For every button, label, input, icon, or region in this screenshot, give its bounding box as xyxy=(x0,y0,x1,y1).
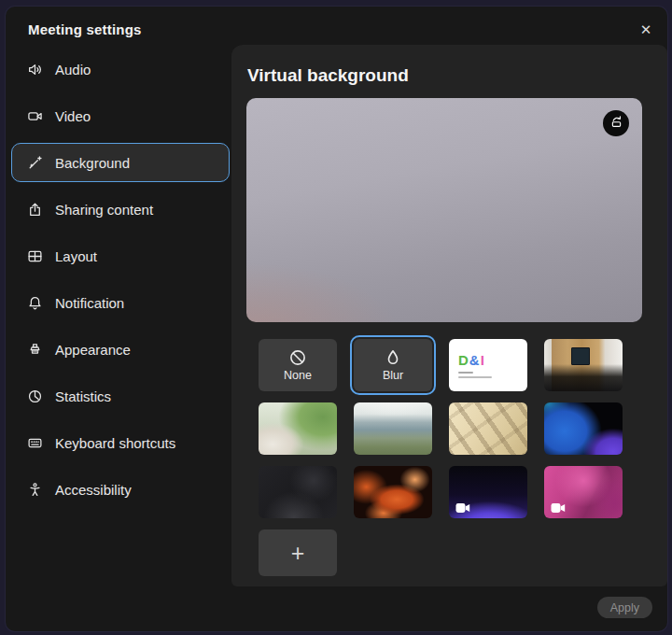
close-icon[interactable]: ✕ xyxy=(634,18,658,42)
background-option-living-room[interactable] xyxy=(259,402,337,455)
video-camera-badge-icon xyxy=(551,501,566,512)
sidebar-item-label: Background xyxy=(55,155,130,171)
background-option-dark-swirl[interactable] xyxy=(259,466,337,518)
tile-label: Blur xyxy=(383,369,403,382)
settings-sidebar: Audio Video Background Sharing content xyxy=(11,49,230,509)
sidebar-item-video[interactable]: Video xyxy=(11,96,230,135)
sidebar-item-label: Video xyxy=(55,108,91,124)
sidebar-item-label: Layout xyxy=(55,248,97,264)
panel-heading: Virtual background xyxy=(247,65,409,86)
mirror-view-icon xyxy=(609,115,623,133)
virtual-background-panel: Virtual background None xyxy=(231,45,667,586)
background-thumbnail-grid: None Blur D&I xyxy=(259,339,623,582)
video-camera-badge-icon xyxy=(455,501,470,512)
sidebar-item-label: Keyboard shortcuts xyxy=(55,435,175,451)
background-option-video-pink[interactable] xyxy=(544,466,623,518)
sidebar-item-background[interactable]: Background xyxy=(11,143,230,182)
sidebar-item-notification[interactable]: Notification xyxy=(11,283,230,322)
camera-preview xyxy=(246,98,642,322)
background-option-abstract-blue[interactable] xyxy=(544,402,623,455)
background-option-blur[interactable]: Blur xyxy=(354,339,432,391)
office-tv-screen xyxy=(571,347,590,365)
dandi-caption-line xyxy=(458,372,473,374)
sidebar-item-accessibility[interactable]: Accessibility xyxy=(11,470,230,509)
paintbrush-icon xyxy=(27,342,43,358)
dandi-caption-line xyxy=(458,376,492,378)
layout-grid-icon xyxy=(27,248,43,264)
sidebar-item-sharing-content[interactable]: Sharing content xyxy=(11,190,230,229)
sidebar-item-keyboard-shortcuts[interactable]: Keyboard shortcuts xyxy=(11,423,230,462)
background-option-mountains[interactable] xyxy=(354,402,432,455)
keyboard-icon xyxy=(27,435,43,451)
mirror-view-button[interactable] xyxy=(603,110,629,136)
apply-button[interactable]: Apply xyxy=(597,597,652,618)
meeting-settings-dialog: Meeting settings ✕ Audio Video Backgroun xyxy=(6,7,667,631)
dandi-logo-text: D&I xyxy=(458,353,485,367)
background-option-window-light[interactable] xyxy=(449,402,527,455)
background-option-lava[interactable] xyxy=(354,466,432,518)
speaker-icon xyxy=(27,62,43,78)
magic-wand-icon xyxy=(27,155,43,171)
background-option-none[interactable]: None xyxy=(259,339,337,391)
none-prohibited-icon xyxy=(288,348,307,367)
bell-icon xyxy=(27,295,43,311)
share-icon xyxy=(27,202,43,218)
accessibility-icon xyxy=(27,482,43,498)
sidebar-item-layout[interactable]: Layout xyxy=(11,236,230,275)
blur-droplet-icon xyxy=(384,348,402,367)
sidebar-item-label: Audio xyxy=(55,62,91,78)
sidebar-item-label: Sharing content xyxy=(55,202,153,218)
tile-label: None xyxy=(284,369,312,382)
sidebar-item-audio[interactable]: Audio xyxy=(11,49,230,89)
sidebar-item-label: Accessibility xyxy=(55,482,132,498)
sidebar-item-statistics[interactable]: Statistics xyxy=(11,376,230,416)
add-background-button[interactable]: + xyxy=(259,529,337,576)
sidebar-item-label: Statistics xyxy=(55,388,111,404)
dialog-title: Meeting settings xyxy=(28,21,142,37)
camera-icon xyxy=(27,108,43,124)
statistics-icon xyxy=(27,388,43,404)
background-option-video-purple[interactable] xyxy=(449,466,527,518)
background-option-office[interactable] xyxy=(544,339,623,391)
sidebar-item-label: Appearance xyxy=(55,342,131,358)
sidebar-item-label: Notification xyxy=(55,295,124,311)
sidebar-item-appearance[interactable]: Appearance xyxy=(11,330,230,369)
background-option-dandi-logo[interactable]: D&I xyxy=(449,339,527,391)
